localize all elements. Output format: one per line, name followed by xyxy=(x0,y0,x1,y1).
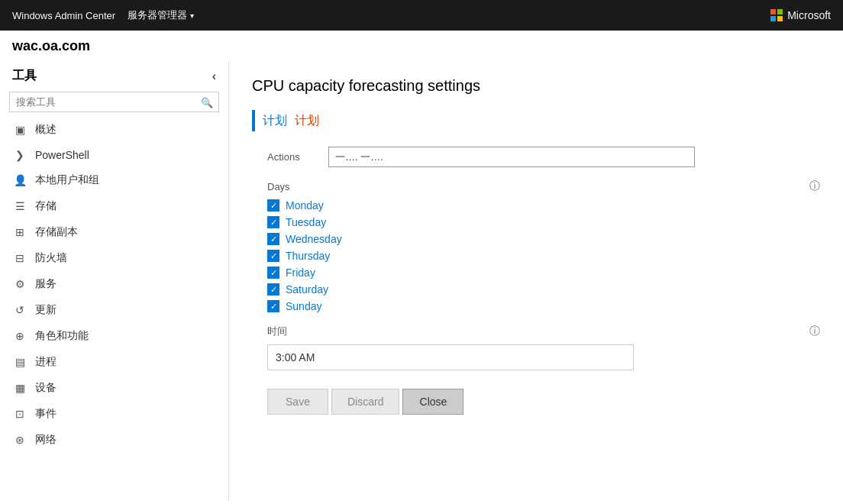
day-tuesday: ✓ Tuesday xyxy=(267,216,820,228)
sunday-checkbox[interactable]: ✓ xyxy=(267,300,279,312)
sidebar-item-label: 更新 xyxy=(35,303,57,317)
sidebar-item-label: PowerShell xyxy=(35,149,89,161)
powershell-icon: ❯ xyxy=(12,149,27,161)
microsoft-brand: Microsoft xyxy=(770,9,831,21)
storage-replica-icon: ⊞ xyxy=(12,226,27,238)
sunday-label: Sunday xyxy=(286,300,321,312)
sidebar-item-label: 概述 xyxy=(35,123,57,137)
server-manager-dropdown[interactable]: 服务器管理器 ▾ xyxy=(128,8,194,22)
sidebar-title: 工具 xyxy=(12,68,37,84)
sidebar-item-local-users[interactable]: 👤 本地用户和组 xyxy=(0,167,228,193)
brand-label: Windows Admin Center xyxy=(12,10,115,21)
section-tab: 计划 计划 xyxy=(252,110,820,131)
sidebar-item-devices[interactable]: ▦ 设备 xyxy=(0,375,228,401)
topbar: Windows Admin Center 服务器管理器 ▾ Microsoft xyxy=(0,0,843,31)
updates-icon: ↺ xyxy=(12,304,27,316)
sidebar-item-label: 存储 xyxy=(35,199,57,213)
monday-checkbox[interactable]: ✓ xyxy=(267,199,279,212)
processes-icon: ▤ xyxy=(12,356,27,368)
sidebar-item-label: 进程 xyxy=(35,355,57,369)
events-icon: ⊡ xyxy=(12,408,27,420)
wednesday-checkbox[interactable]: ✓ xyxy=(267,233,279,245)
tab-indicator xyxy=(252,110,255,131)
days-label: Days xyxy=(267,181,290,192)
day-sunday: ✓ Sunday xyxy=(267,300,820,312)
sidebar-item-firewall[interactable]: ⊟ 防火墙 xyxy=(0,245,228,271)
days-info-icon[interactable]: ⓘ xyxy=(809,179,820,193)
actions-label: Actions xyxy=(267,147,328,163)
tuesday-checkbox[interactable]: ✓ xyxy=(267,216,279,228)
time-info-icon[interactable]: ⓘ xyxy=(809,325,820,338)
sidebar-item-network[interactable]: ⊛ 网络 xyxy=(0,427,228,453)
day-friday: ✓ Friday xyxy=(267,267,820,279)
microsoft-logo-icon xyxy=(770,9,783,21)
sidebar-item-roles[interactable]: ⊕ 角色和功能 xyxy=(0,323,228,349)
monday-label: Monday xyxy=(286,199,324,212)
time-section: 时间 ⓘ xyxy=(267,325,820,370)
actions-input[interactable] xyxy=(328,147,695,167)
form-section: Actions Days ⓘ ✓ Monday ✓ Tuesday ✓ xyxy=(267,147,820,415)
day-wednesday: ✓ Wednesday xyxy=(267,233,820,245)
subtitle-bar: wac.oa.com xyxy=(0,31,843,62)
server-name-label: wac.oa.com xyxy=(12,38,90,53)
content-area: CPU capacity forecasting settings 计划 计划 … xyxy=(229,62,843,500)
tab-label2[interactable]: 计划 xyxy=(295,113,319,129)
sidebar-item-label: 角色和功能 xyxy=(35,329,89,343)
thursday-checkbox[interactable]: ✓ xyxy=(267,250,279,262)
sidebar-item-label: 设备 xyxy=(35,381,57,395)
search-input[interactable] xyxy=(9,92,219,112)
sidebar-item-label: 存储副本 xyxy=(35,225,78,239)
wednesday-label: Wednesday xyxy=(286,233,342,245)
firewall-icon: ⊟ xyxy=(12,252,27,264)
friday-checkbox[interactable]: ✓ xyxy=(267,267,279,279)
day-thursday: ✓ Thursday xyxy=(267,250,820,262)
days-section: Days ⓘ ✓ Monday ✓ Tuesday ✓ Wednesday ✓ xyxy=(267,179,820,312)
sidebar-item-powershell[interactable]: ❯ PowerShell xyxy=(0,143,228,167)
microsoft-label: Microsoft xyxy=(787,9,831,21)
sidebar-item-updates[interactable]: ↺ 更新 xyxy=(0,297,228,323)
thursday-label: Thursday xyxy=(286,250,330,262)
save-button[interactable]: Save xyxy=(267,389,328,415)
main-layout: 工具 ‹ 🔍 ▣ 概述 ❯ PowerShell 👤 本地用户和组 ☰ 存储 ⊞… xyxy=(0,62,843,500)
network-icon: ⊛ xyxy=(12,434,27,446)
search-icon: 🔍 xyxy=(201,96,213,108)
users-icon: 👤 xyxy=(12,174,27,186)
sidebar-item-label: 本地用户和组 xyxy=(35,173,99,187)
sidebar-item-label: 防火墙 xyxy=(35,251,67,265)
saturday-label: Saturday xyxy=(286,283,328,296)
chevron-down-icon: ▾ xyxy=(190,11,194,20)
sidebar-item-label: 网络 xyxy=(35,433,57,447)
sidebar-item-label: 服务 xyxy=(35,277,57,291)
sidebar-search-container: 🔍 xyxy=(9,92,219,112)
time-header: 时间 ⓘ xyxy=(267,325,820,338)
sidebar: 工具 ‹ 🔍 ▣ 概述 ❯ PowerShell 👤 本地用户和组 ☰ 存储 ⊞… xyxy=(0,62,229,500)
roles-icon: ⊕ xyxy=(12,330,27,342)
actions-row: Actions xyxy=(267,147,820,167)
storage-icon: ☰ xyxy=(12,200,27,212)
days-header: Days ⓘ xyxy=(267,179,820,193)
day-saturday: ✓ Saturday xyxy=(267,283,820,296)
sidebar-item-storage-replica[interactable]: ⊞ 存储副本 xyxy=(0,219,228,245)
sidebar-item-services[interactable]: ⚙ 服务 xyxy=(0,271,228,297)
page-title: CPU capacity forecasting settings xyxy=(252,77,820,95)
sidebar-item-events[interactable]: ⊡ 事件 xyxy=(0,401,228,427)
tuesday-label: Tuesday xyxy=(286,216,326,228)
sidebar-collapse-button[interactable]: ‹ xyxy=(212,69,216,83)
sidebar-item-storage[interactable]: ☰ 存储 xyxy=(0,193,228,219)
sidebar-item-label: 事件 xyxy=(35,407,57,421)
devices-icon: ▦ xyxy=(12,382,27,394)
close-button[interactable]: Close xyxy=(402,389,463,415)
action-buttons: Save Discard Close xyxy=(267,389,820,415)
services-icon: ⚙ xyxy=(12,278,27,290)
time-input[interactable] xyxy=(267,344,634,370)
discard-button[interactable]: Discard xyxy=(331,389,399,415)
time-label: 时间 xyxy=(267,325,287,338)
sidebar-header: 工具 ‹ xyxy=(0,62,228,87)
tab-label1[interactable]: 计划 xyxy=(263,113,287,129)
day-monday: ✓ Monday xyxy=(267,199,820,212)
saturday-checkbox[interactable]: ✓ xyxy=(267,283,279,296)
sidebar-item-processes[interactable]: ▤ 进程 xyxy=(0,349,228,375)
sidebar-item-overview[interactable]: ▣ 概述 xyxy=(0,117,228,143)
server-manager-label: 服务器管理器 xyxy=(128,8,187,22)
overview-icon: ▣ xyxy=(12,124,27,136)
